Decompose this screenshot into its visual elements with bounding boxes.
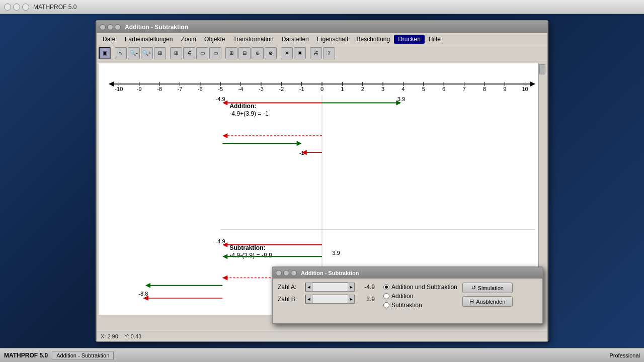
- toolbar-table2[interactable]: ⊟: [238, 47, 251, 59]
- svg-text:-4.9: -4.9: [216, 238, 225, 244]
- simulation-button[interactable]: ↺ Simulation: [462, 283, 513, 293]
- toolbar-frame2[interactable]: ▭: [209, 47, 221, 59]
- dialog-min-btn[interactable]: [283, 270, 289, 276]
- window-title-bar: Addition - Subtraktion: [97, 21, 547, 33]
- zahl-b-row: Zahl B: ◄ ► 3.9: [278, 295, 378, 304]
- toolbar-print[interactable]: 🖨: [183, 47, 195, 59]
- svg-marker-56: [222, 133, 227, 138]
- toolbar-obj2[interactable]: ⊗: [265, 47, 277, 59]
- menu-eigenschaft[interactable]: Eigenschaft: [313, 35, 353, 44]
- svg-text:8: 8: [483, 86, 486, 92]
- menu-transformation[interactable]: Transformation: [229, 35, 277, 44]
- title-bar-buttons: [4, 4, 29, 11]
- toolbar-obj[interactable]: ⊕: [252, 47, 264, 59]
- menu-datei[interactable]: Datei: [99, 35, 121, 44]
- taskbar-app-name: MATHPROF 5.0: [4, 352, 48, 359]
- radio-addition-subtraktion[interactable]: Addition und Subtraktion: [383, 284, 457, 291]
- toolbar-frame[interactable]: ▭: [196, 47, 208, 59]
- taskbar-window-item[interactable]: Addition - Subtraktion: [52, 351, 114, 360]
- svg-marker-58: [297, 141, 302, 146]
- radio-btn-both[interactable]: [383, 284, 389, 290]
- menu-objekte[interactable]: Objekte: [200, 35, 229, 44]
- w-max-btn[interactable]: [115, 24, 121, 30]
- zahl-a-left-arrow[interactable]: ◄: [305, 283, 312, 292]
- window-title-buttons: [100, 24, 121, 30]
- zahl-b-value: 3.9: [357, 296, 375, 303]
- radio-btn-subtraktion[interactable]: [383, 302, 389, 308]
- y-coord: Y: 0.43: [124, 333, 141, 339]
- toolbar-table[interactable]: ⊞: [225, 47, 237, 59]
- radio-addition[interactable]: Addition: [383, 293, 457, 300]
- svg-text:-4.9: -4.9: [216, 96, 225, 102]
- svg-text:-4.9-(3.9) = -8.8: -4.9-(3.9) = -8.8: [229, 252, 272, 259]
- zahl-b-slider[interactable]: ◄ ►: [305, 295, 355, 304]
- zahl-a-slider[interactable]: ◄ ►: [305, 283, 355, 292]
- zahl-a-track[interactable]: [312, 283, 348, 291]
- x-coord: X: 2.90: [101, 333, 118, 339]
- radio-label-both: Addition und Subtraktion: [391, 284, 457, 291]
- scrollbar-thumb[interactable]: [539, 64, 545, 74]
- toolbar-zoom-in[interactable]: 🔍+: [141, 47, 153, 59]
- svg-text:-7: -7: [178, 86, 183, 92]
- svg-text:-4.9+(3.9) = -1: -4.9+(3.9) = -1: [229, 110, 269, 117]
- toolbar-zoom-out[interactable]: 🔍-: [128, 47, 140, 59]
- svg-text:-8: -8: [157, 86, 162, 92]
- maximize-button[interactable]: [22, 4, 29, 11]
- taskbar-item-label: Addition - Subtraktion: [56, 352, 109, 358]
- input-section: Zahl A: ◄ ► -4.9 Zahl B: ◄ ► 3.9: [278, 283, 378, 304]
- ausblenden-button[interactable]: ⊟ Ausblenden: [462, 296, 513, 307]
- svg-text:6: 6: [442, 86, 445, 92]
- toolbar-x2[interactable]: ✖: [294, 47, 306, 59]
- svg-text:Addition:: Addition:: [229, 103, 256, 110]
- taskbar-professional: Professional: [609, 352, 640, 358]
- svg-text:0: 0: [320, 86, 324, 92]
- close-button[interactable]: [4, 4, 11, 11]
- menu-darstellen[interactable]: Darstellen: [278, 35, 313, 44]
- svg-text:-9: -9: [137, 86, 142, 92]
- radio-label-addition: Addition: [391, 293, 413, 300]
- status-bar: X: 2.90 Y: 0.43: [97, 331, 547, 341]
- app-title-bar: MATHPROF 5.0: [0, 0, 644, 14]
- dialog-max-btn[interactable]: [291, 270, 297, 276]
- svg-text:5: 5: [422, 86, 425, 92]
- app-title: MATHPROF 5.0: [33, 4, 76, 11]
- toolbar-grid[interactable]: ⊞: [170, 47, 182, 59]
- menu-zoom[interactable]: Zoom: [177, 35, 200, 44]
- radio-section: Addition und Subtraktion Addition Subtra…: [383, 283, 457, 309]
- svg-text:3.9: 3.9: [332, 250, 340, 256]
- toolbar-x[interactable]: ✕: [281, 47, 293, 59]
- svg-text:7: 7: [462, 86, 465, 92]
- menu-farbeinstellungen[interactable]: Farbeinstellungen: [121, 35, 177, 44]
- toolbar-help[interactable]: ?: [323, 47, 335, 59]
- zahl-a-label: Zahl A:: [278, 284, 303, 291]
- w-min-btn[interactable]: [107, 24, 113, 30]
- dialog-close-btn[interactable]: [276, 270, 282, 276]
- menu-hilfe[interactable]: Hilfe: [425, 35, 445, 44]
- zahl-b-left-arrow[interactable]: ◄: [305, 295, 312, 304]
- toolbar-cursor[interactable]: ↖: [115, 47, 127, 59]
- minimize-button[interactable]: [13, 4, 20, 11]
- svg-text:-5: -5: [218, 86, 223, 92]
- w-close-btn[interactable]: [100, 24, 106, 30]
- zahl-a-right-arrow[interactable]: ►: [348, 283, 355, 292]
- zahl-b-right-arrow[interactable]: ►: [348, 295, 355, 304]
- toolbar-print2[interactable]: 🖨: [310, 47, 322, 59]
- svg-text:Subtraktion:: Subtraktion:: [229, 244, 265, 251]
- simulation-icon: ↺: [471, 285, 476, 291]
- svg-text:-3: -3: [259, 86, 264, 92]
- radio-btn-addition[interactable]: [383, 293, 389, 299]
- zahl-b-track[interactable]: [312, 295, 348, 303]
- toolbar-zoom-reset[interactable]: ⊞: [154, 47, 166, 59]
- radio-subtraktion[interactable]: Subtraktion: [383, 302, 457, 309]
- taskbar: MATHPROF 5.0 Addition - Subtraktion Prof…: [0, 348, 644, 362]
- svg-marker-71: [222, 276, 227, 281]
- svg-text:-10: -10: [115, 86, 123, 92]
- menu-drucken[interactable]: Drucken: [394, 35, 425, 44]
- menu-beschriftung[interactable]: Beschriftung: [352, 35, 394, 44]
- svg-marker-2: [530, 81, 535, 86]
- action-section: ↺ Simulation ⊟ Ausblenden: [462, 283, 513, 307]
- svg-text:3: 3: [381, 86, 384, 92]
- toolbar: ▣ ↖ 🔍- 🔍+ ⊞ ⊞ 🖨 ▭ ▭ ⊞ ⊟ ⊕ ⊗ ✕ ✖ 🖨 ?: [97, 45, 547, 61]
- svg-text:4: 4: [401, 86, 405, 92]
- toolbar-select[interactable]: ▣: [99, 47, 111, 59]
